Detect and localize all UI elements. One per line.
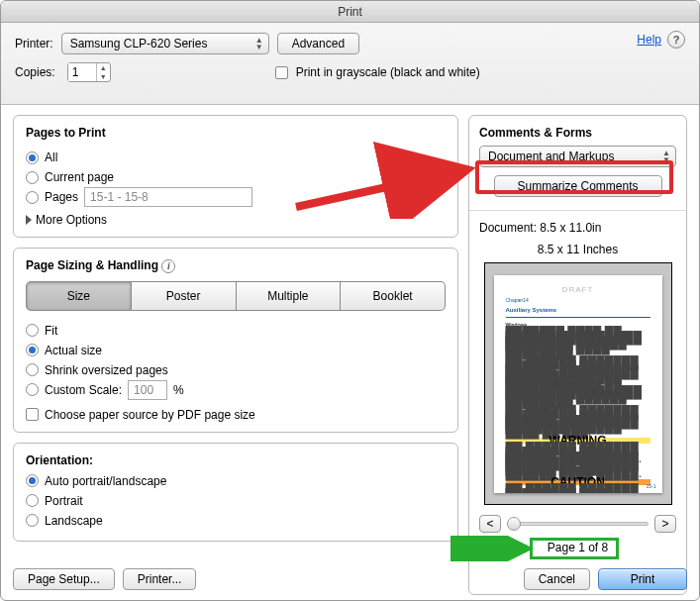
sizing-segmented: Size Poster Multiple Booklet xyxy=(26,281,446,311)
radio-custom-scale[interactable]: Custom Scale: % xyxy=(26,380,446,400)
radio-dot-icon xyxy=(26,474,39,487)
select-arrows-icon: ▲▼ xyxy=(662,150,670,163)
sizing-panel: Page Sizing & Handling i Size Poster Mul… xyxy=(13,248,458,433)
radio-dot-icon xyxy=(26,494,39,507)
info-icon[interactable]: i xyxy=(161,259,175,273)
choose-paper-label: Choose paper source by PDF page size xyxy=(45,408,255,422)
summarize-comments-button[interactable]: Summarize Comments xyxy=(494,175,662,197)
radio-landscape[interactable]: Landscape xyxy=(26,511,446,531)
radio-dot-icon xyxy=(26,514,39,527)
help-icon[interactable]: ? xyxy=(667,31,685,49)
cancel-button[interactable]: Cancel xyxy=(524,568,590,590)
radio-pages[interactable]: Pages xyxy=(26,187,446,207)
top-section: Help ? Printer: Samsung CLP-620 Series ▲… xyxy=(1,23,699,105)
copies-label: Copies: xyxy=(15,65,55,79)
pages-to-print-panel: Pages to Print All Current page Pages xyxy=(13,115,458,238)
watermark: DRAFT xyxy=(506,285,650,294)
radio-dot-icon xyxy=(26,344,39,356)
select-arrows-icon: ▲▼ xyxy=(255,37,263,50)
grayscale-label: Print in grayscale (black and white) xyxy=(296,65,480,79)
seg-size[interactable]: Size xyxy=(26,281,132,311)
right-panel: Comments & Forms Document and Markups ▲▼… xyxy=(468,115,687,595)
seg-poster[interactable]: Poster xyxy=(132,281,237,311)
stepper-down-icon[interactable]: ▼ xyxy=(97,72,110,81)
print-button[interactable]: Print xyxy=(598,568,687,590)
comments-title: Comments & Forms xyxy=(479,126,676,140)
prev-page-button[interactable]: < xyxy=(479,515,501,533)
sizing-title: Page Sizing & Handling i xyxy=(26,258,446,273)
printer-label: Printer: xyxy=(15,37,53,50)
orientation-panel: Orientation: Auto portrait/landscape Por… xyxy=(13,443,458,542)
help-area: Help ? xyxy=(637,31,685,49)
page-slider[interactable] xyxy=(507,516,649,532)
disclosure-icon xyxy=(26,215,32,225)
grayscale-checkbox[interactable] xyxy=(275,66,288,79)
page-setup-button[interactable]: Page Setup... xyxy=(13,568,115,590)
choose-paper-checkbox[interactable] xyxy=(26,408,39,421)
help-link[interactable]: Help xyxy=(637,33,661,47)
title-bar: Print xyxy=(1,1,699,23)
radio-dot-icon xyxy=(26,324,39,337)
copies-stepper[interactable]: ▲ ▼ xyxy=(67,62,111,82)
more-options-toggle[interactable]: More Options xyxy=(26,213,446,227)
radio-dot-icon xyxy=(26,151,39,164)
preview-frame: DRAFT Chapter14 Auxiliary Systems Window… xyxy=(484,262,672,505)
radio-auto-orientation[interactable]: Auto portrait/landscape xyxy=(26,471,446,491)
printer-value: Samsung CLP-620 Series xyxy=(70,37,208,50)
radio-dot-icon xyxy=(26,191,39,204)
orientation-title: Orientation: xyxy=(26,453,446,467)
preview-page: DRAFT Chapter14 Auxiliary Systems Window… xyxy=(494,275,662,493)
seg-booklet[interactable]: Booklet xyxy=(341,281,446,311)
radio-dot-icon xyxy=(26,171,39,184)
custom-scale-input[interactable] xyxy=(128,380,167,400)
pages-title: Pages to Print xyxy=(26,126,446,140)
radio-dot-icon xyxy=(26,363,39,376)
radio-fit[interactable]: Fit xyxy=(26,321,446,341)
seg-multiple[interactable]: Multiple xyxy=(237,281,342,311)
copies-input[interactable] xyxy=(68,63,96,81)
slider-thumb[interactable] xyxy=(507,517,521,531)
window-title: Print xyxy=(338,5,362,19)
printer-select[interactable]: Samsung CLP-620 Series ▲▼ xyxy=(61,33,269,54)
radio-portrait[interactable]: Portrait xyxy=(26,491,446,511)
preview-size-label: 8.5 x 11 Inches xyxy=(479,243,676,256)
radio-shrink[interactable]: Shrink oversized pages xyxy=(26,360,446,380)
radio-all[interactable]: All xyxy=(26,148,446,167)
advanced-button[interactable]: Advanced xyxy=(277,33,359,54)
page-of-label: Page 1 of 8 xyxy=(479,541,676,554)
stepper-up-icon[interactable]: ▲ xyxy=(97,63,110,72)
pages-range-input[interactable] xyxy=(84,187,252,207)
radio-actual-size[interactable]: Actual size xyxy=(26,341,446,360)
radio-current-page[interactable]: Current page xyxy=(26,167,446,187)
bottom-bar: Page Setup... Printer... Cancel Print xyxy=(13,568,687,590)
next-page-button[interactable]: > xyxy=(654,515,676,533)
doc-size-label: Document: 8.5 x 11.0in xyxy=(479,221,676,235)
printer-button[interactable]: Printer... xyxy=(123,568,197,590)
comments-forms-select[interactable]: Document and Markups ▲▼ xyxy=(479,146,676,167)
radio-dot-icon xyxy=(26,383,39,396)
